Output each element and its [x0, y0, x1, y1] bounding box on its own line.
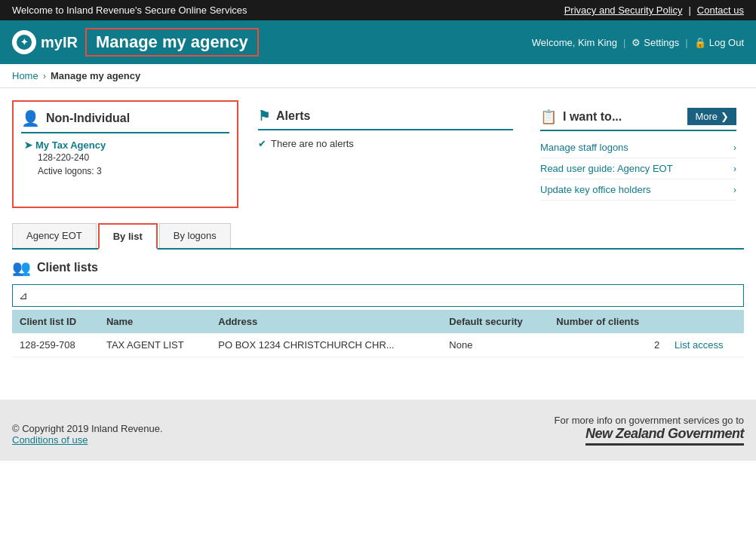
- header-right: Welcome, Kim King | ⚙ Settings | 🔒 Log O…: [532, 37, 744, 48]
- breadcrumb-sep: ›: [43, 70, 46, 81]
- col-header-3: Default security: [441, 310, 549, 333]
- non-individual-title: Non-Individual: [46, 112, 130, 125]
- client-table-header-row: Client list IDNameAddressDefault securit…: [12, 310, 744, 333]
- footer: © Copyright 2019 Inland Revenue. Conditi…: [0, 400, 756, 461]
- settings-label: Settings: [644, 37, 679, 48]
- col-header-2: Address: [211, 310, 441, 333]
- more-chevron: ❯: [721, 111, 729, 122]
- copyright-text: © Copyright 2019 Inland Revenue.: [12, 423, 163, 434]
- top-bar: Welcome to Inland Revenue's Secure Onlin…: [0, 0, 756, 20]
- i-want-to-header: 📋 I want to... More ❯: [540, 108, 736, 131]
- iwant-link-item: Update key office holders›: [540, 179, 736, 201]
- iwant-link-0[interactable]: Manage staff logons›: [540, 142, 736, 153]
- nzgov-text: For more info on government services go …: [555, 415, 744, 426]
- account-name: My Tax Agency: [35, 139, 106, 151]
- person-icon: 👤: [21, 109, 40, 127]
- filter-input-wrapper[interactable]: ⊿: [12, 284, 744, 307]
- chevron-right-icon: ›: [733, 142, 736, 153]
- iwant-link-1[interactable]: Read user guide: Agency EOT›: [540, 163, 736, 174]
- settings-icon: ⚙: [632, 37, 641, 48]
- cell-action: List access: [667, 333, 744, 357]
- non-individual-content: ➤ My Tax Agency 128-220-240 Active logon…: [21, 139, 229, 176]
- alert-item: ✔ There are no alerts: [258, 138, 513, 149]
- more-label: More: [695, 111, 718, 122]
- cell-address: PO BOX 1234 CHRISTCHURCH CHR...: [211, 333, 441, 357]
- cell-name: TAX AGENT LIST: [99, 333, 211, 357]
- tab-by-logons[interactable]: By logons: [159, 223, 231, 248]
- nzgov-logo: New Zealand Government: [585, 426, 744, 446]
- alerts-panel: ⚑ Alerts ✔ There are no alerts: [250, 100, 521, 208]
- main-content: 👤 Non-Individual ➤ My Tax Agency 128-220…: [0, 88, 756, 369]
- filter-row: ⊿: [12, 284, 744, 307]
- client-table: Client list IDNameAddressDefault securit…: [12, 310, 744, 357]
- welcome-user: Welcome, Kim King: [532, 37, 617, 48]
- chevron-right-icon: ›: [733, 185, 736, 195]
- top-bar-welcome: Welcome to Inland Revenue's Secure Onlin…: [12, 5, 247, 16]
- contact-link[interactable]: Contact us: [697, 5, 744, 16]
- alerts-header: ⚑ Alerts: [258, 108, 513, 130]
- top-bar-links: Privacy and Security Policy | Contact us: [564, 5, 744, 16]
- breadcrumb-home[interactable]: Home: [12, 70, 38, 81]
- logo-icon: ✦: [12, 30, 36, 54]
- col-header-0: Client list ID: [12, 310, 99, 333]
- iwant-link-item: Read user guide: Agency EOT›: [540, 158, 736, 179]
- tab-agency-eot[interactable]: Agency EOT: [12, 223, 97, 248]
- more-button[interactable]: More ❯: [687, 108, 736, 125]
- alerts-title: Alerts: [276, 109, 310, 123]
- tabs-container: Agency EOTBy listBy logons: [12, 223, 744, 250]
- footer-left: © Copyright 2019 Inland Revenue. Conditi…: [12, 423, 163, 446]
- header-divider1: |: [623, 37, 625, 48]
- breadcrumb-current: Manage my agency: [51, 70, 140, 81]
- cell-num-clients: 2: [549, 333, 667, 357]
- flag-icon: ⚑: [258, 108, 270, 124]
- account-link[interactable]: ➤ My Tax Agency: [24, 139, 229, 151]
- non-individual-panel: 👤 Non-Individual ➤ My Tax Agency 128-220…: [12, 100, 238, 208]
- list-access-link[interactable]: List access: [675, 339, 723, 351]
- client-table-body: 128-259-708TAX AGENT LISTPO BOX 1234 CHR…: [12, 333, 744, 357]
- active-logons: Active logons: 3: [38, 166, 229, 176]
- privacy-link[interactable]: Privacy and Security Policy: [564, 5, 683, 16]
- myir-logo: ✦ myIR: [12, 30, 78, 54]
- iwant-link-2[interactable]: Update key office holders›: [540, 184, 736, 195]
- tabs: Agency EOTBy listBy logons: [12, 223, 744, 250]
- top-bar-separator: |: [688, 5, 690, 16]
- i-want-to-panel: 📋 I want to... More ❯ Manage staff logon…: [533, 100, 744, 208]
- col-header-action: [667, 310, 744, 333]
- no-alerts-text: There are no alerts: [271, 138, 354, 149]
- settings-link[interactable]: ⚙ Settings: [632, 37, 679, 48]
- group-icon: 👥: [12, 259, 31, 277]
- col-header-1: Name: [99, 310, 211, 333]
- conditions-link[interactable]: Conditions of use: [12, 434, 88, 446]
- logout-icon: 🔒: [694, 37, 706, 48]
- cell-security: None: [441, 333, 549, 357]
- i-want-to-title: I want to...: [563, 110, 622, 124]
- footer-right: For more info on government services go …: [555, 415, 744, 446]
- col-header-4: Number of clients: [549, 310, 667, 333]
- table-row: 128-259-708TAX AGENT LISTPO BOX 1234 CHR…: [12, 333, 744, 357]
- tab-by-list[interactable]: By list: [98, 223, 158, 250]
- page-title-header: Manage my agency: [85, 28, 259, 57]
- header-divider2: |: [685, 37, 687, 48]
- filter-input[interactable]: [34, 286, 743, 306]
- i-want-to-title-part: 📋 I want to...: [540, 109, 622, 125]
- svg-text:✦: ✦: [20, 37, 28, 47]
- iwant-link-item: Manage staff logons›: [540, 137, 736, 158]
- account-link-arrow: ➤: [24, 139, 32, 151]
- logout-label: Log Out: [709, 37, 744, 48]
- client-lists-title: 👥 Client lists: [12, 259, 744, 277]
- cell-client-id: 128-259-708: [12, 333, 99, 357]
- header: ✦ myIR Manage my agency Welcome, Kim Kin…: [0, 20, 756, 64]
- top-panels: 👤 Non-Individual ➤ My Tax Agency 128-220…: [12, 100, 744, 208]
- client-table-head: Client list IDNameAddressDefault securit…: [12, 310, 744, 333]
- check-icon: ✔: [258, 138, 266, 149]
- non-individual-header: 👤 Non-Individual: [21, 109, 229, 133]
- logout-link[interactable]: 🔒 Log Out: [694, 37, 744, 48]
- myir-text: myIR: [41, 34, 78, 51]
- i-want-to-links: Manage staff logons›Read user guide: Age…: [540, 137, 736, 201]
- clipboard-icon: 📋: [540, 109, 557, 125]
- header-left: ✦ myIR Manage my agency: [12, 28, 259, 57]
- filter-icon: ⊿: [13, 285, 34, 306]
- account-id: 128-220-240: [38, 152, 229, 163]
- breadcrumb: Home › Manage my agency: [0, 64, 756, 88]
- chevron-right-icon: ›: [733, 164, 736, 174]
